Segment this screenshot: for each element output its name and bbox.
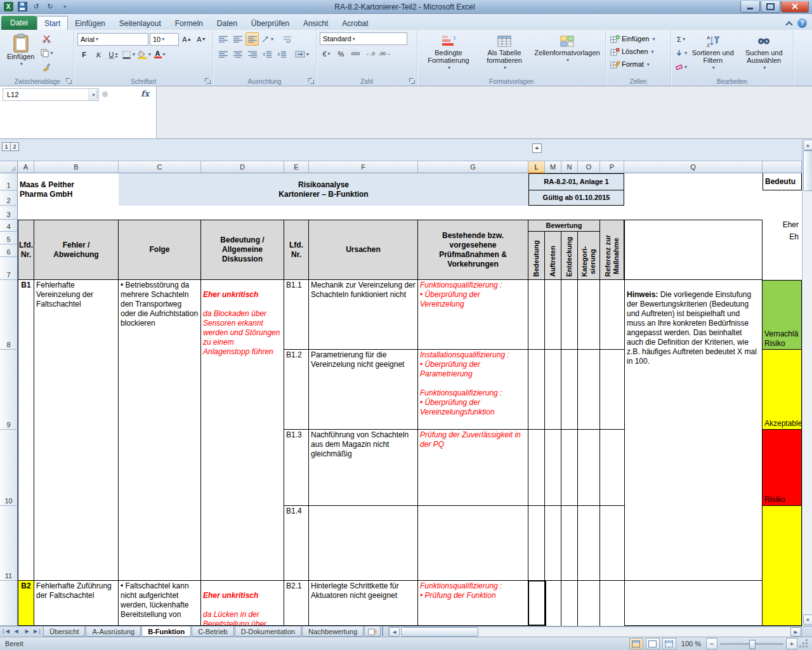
next-sheet-button[interactable]: ▶ [22, 627, 32, 636]
zoom-slider[interactable] [720, 643, 783, 645]
format-as-table-button[interactable]: Als Tabelle formatieren [476, 32, 532, 76]
outline-level-1-button[interactable]: 1 [2, 142, 11, 151]
first-sheet-button[interactable]: ❘◀ [0, 627, 11, 636]
column-header-E[interactable]: E [284, 161, 309, 173]
align-left-button[interactable] [216, 48, 230, 61]
clipboard-dialog-launcher[interactable] [65, 77, 72, 84]
resize-grip[interactable] [800, 640, 808, 648]
outline-expand-button[interactable]: + [532, 143, 542, 153]
tab-start[interactable]: Start [37, 16, 68, 30]
tab-einfuegen[interactable]: Einfügen [68, 17, 112, 30]
scroll-right-button[interactable]: ▶ [790, 627, 801, 637]
clear-button[interactable] [674, 60, 688, 74]
cell-b2-fehler[interactable]: Fehlerhafte Zuführung der Faltschachtel [34, 581, 119, 626]
number-dialog-launcher[interactable] [409, 77, 416, 84]
cell-b21-nr[interactable]: B2.1 [284, 581, 309, 626]
header-rot-auftreten[interactable]: Auftreten [545, 232, 561, 280]
column-header-Q[interactable]: Q [624, 161, 763, 173]
header-folge[interactable]: Folge [119, 220, 201, 280]
accounting-format-button[interactable]: € [320, 47, 333, 60]
cell-b1-fehler[interactable]: Fehlerhafte Vereinzelung der Faltschacht… [34, 280, 119, 581]
cell-b13-nr[interactable]: B1.3 [284, 430, 309, 506]
borders-button[interactable] [121, 48, 136, 61]
horizontal-scrollbar[interactable]: ◀ ▶ [388, 627, 802, 637]
column-header-R[interactable] [763, 161, 802, 173]
row-header-1[interactable]: 1 [0, 173, 18, 190]
tab-daten[interactable]: Daten [210, 17, 244, 30]
tab-ueberpruefen[interactable]: Überprüfen [244, 17, 296, 30]
prev-sheet-button[interactable]: ◀ [11, 627, 22, 636]
fill-button[interactable] [674, 46, 688, 60]
cell-b11-massnahme[interactable]: Funktionsqualifizierung : • Überprüfung … [418, 280, 528, 350]
cell-doc-title[interactable]: Risikoanalyse Kartonierer – B-Funktion [119, 173, 528, 206]
format-cells-button[interactable]: Format [609, 58, 667, 70]
formula-input[interactable] [157, 86, 812, 139]
formula-bar-splitter[interactable] [96, 90, 100, 98]
cell-company[interactable]: Maas & Peither Pharma GmbH [18, 173, 119, 206]
tab-formeln[interactable]: Formeln [168, 17, 210, 30]
align-center-button[interactable] [231, 48, 244, 61]
column-header-L[interactable]: L [528, 161, 545, 173]
cell-b14-ursache[interactable] [309, 506, 418, 581]
cell-b14-massnahme[interactable] [418, 506, 528, 581]
row-header-6[interactable]: 6 [0, 244, 18, 257]
bold-button[interactable]: F [77, 48, 91, 61]
row-header-8[interactable]: 8 [0, 280, 18, 350]
scroll-down-button[interactable]: ▼ [803, 614, 812, 625]
underline-button[interactable]: U [107, 48, 120, 61]
column-header-G[interactable]: G [418, 161, 528, 173]
redo-button[interactable]: ↻ [44, 2, 56, 12]
save-button[interactable] [16, 2, 28, 12]
row-header-7[interactable]: 7 [0, 257, 18, 280]
header-pruefmassnahmen[interactable]: Bestehende bzw. vorgesehene Prüfmaßnahme… [418, 220, 528, 280]
cell-legend-yellow-2[interactable] [763, 506, 802, 626]
cell-b11-ursache[interactable]: Mechanik zur Vereinzelung der Schachteln… [309, 280, 418, 350]
header-rot-bedeutung[interactable]: Bedeutung [528, 232, 545, 280]
row-header-12[interactable] [0, 581, 18, 626]
italic-button[interactable]: K [92, 48, 105, 61]
column-header-P[interactable]: P [600, 161, 624, 173]
header-lfd-nr-1[interactable]: Lfd. Nr. [18, 220, 34, 280]
normal-view-button[interactable] [629, 638, 643, 649]
decrease-indent-button[interactable] [260, 48, 273, 61]
help-button[interactable]: ? [797, 18, 807, 28]
thousands-button[interactable]: 000 [349, 47, 362, 60]
row-header-5[interactable]: 5 [0, 232, 18, 244]
row-header-3[interactable]: 3 [0, 206, 18, 220]
cell-b21-massnahme[interactable]: Funktionsqualifizierung : • Prüfung der … [418, 581, 528, 626]
cell-styles-button[interactable]: Zellenformatvorlagen [532, 32, 602, 76]
align-bottom-button[interactable] [246, 32, 259, 46]
header-fehler[interactable]: Fehler / Abweichung [34, 220, 119, 280]
insert-function-button[interactable]: fx [141, 89, 149, 98]
column-header-D[interactable]: D [201, 161, 284, 173]
cell-b11-nr[interactable]: B1.1 [284, 280, 309, 350]
format-painter-button[interactable] [40, 60, 53, 74]
header-bedeutung[interactable]: Bedeutung / Allgemeine Diskussion [201, 220, 284, 280]
row-header-4[interactable]: 4 [0, 220, 18, 232]
merge-center-button[interactable] [294, 48, 310, 61]
sheet-tab-a-ausruestung[interactable]: A-Ausrüstung [86, 627, 141, 637]
page-layout-view-button[interactable] [646, 638, 660, 649]
cell-valid-from[interactable]: Gültig ab 01.10.2015 [528, 190, 624, 206]
horizontal-scroll-thumb[interactable] [401, 627, 478, 637]
align-right-button[interactable] [246, 48, 259, 61]
shrink-font-button[interactable]: A▼ [195, 32, 208, 46]
cell-b1-folge[interactable]: • Betriebsstörung da mehrere Schachteln … [119, 280, 201, 581]
vertical-scrollbar[interactable]: ▲ ▼ [802, 139, 812, 626]
orientation-button[interactable] [260, 32, 274, 46]
number-format-combo[interactable]: Standard [320, 32, 407, 45]
sheet-tab-b-funktion[interactable]: B-Funktion [141, 627, 191, 637]
cell-b2-folge[interactable]: • Faltschachtel kann nicht aufgerichtet … [119, 581, 201, 626]
zoom-in-button[interactable]: + [786, 638, 797, 649]
header-rot-entdeckung[interactable]: Entdeckung [561, 232, 578, 280]
header-q-empty[interactable] [624, 220, 763, 280]
grow-font-button[interactable]: A▲ [180, 32, 193, 46]
cell-doc-ref[interactable]: RA-8.2-01, Anlage 1 [528, 173, 624, 190]
paste-button[interactable]: Einfügen [4, 32, 37, 69]
conditional-formatting-button[interactable]: Bedingte Formatierung [421, 32, 476, 76]
tab-scroll-splitter[interactable] [382, 627, 387, 636]
minimize-button[interactable] [740, 1, 760, 13]
column-header-B[interactable]: B [34, 161, 119, 173]
cell-b12-ursache[interactable]: Parametrierung für die Vereinzelung nich… [309, 350, 418, 430]
row-header-2[interactable]: 2 [0, 190, 18, 206]
